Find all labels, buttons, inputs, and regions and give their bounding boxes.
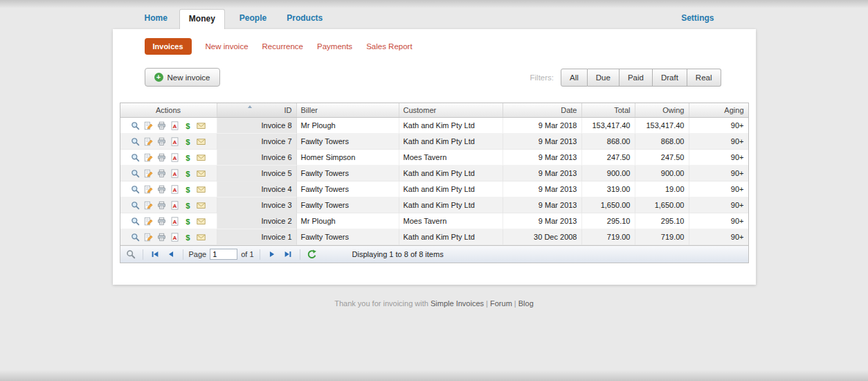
page-number-input[interactable] bbox=[210, 249, 237, 260]
filter-button-draft[interactable]: Draft bbox=[653, 69, 687, 87]
view-invoice-icon[interactable] bbox=[131, 168, 141, 178]
next-page-button[interactable] bbox=[266, 248, 278, 260]
email-invoice-icon[interactable] bbox=[197, 200, 206, 210]
email-invoice-icon[interactable] bbox=[197, 168, 206, 178]
subnav-link-new-invoice[interactable]: New invoice bbox=[206, 42, 248, 51]
cell-biller: Fawlty Towers bbox=[297, 197, 399, 213]
footer-link-blog[interactable]: Blog bbox=[518, 299, 534, 308]
edit-invoice-icon[interactable] bbox=[144, 168, 154, 178]
cell-actions: A $ bbox=[120, 197, 217, 213]
print-invoice-icon[interactable] bbox=[157, 136, 167, 146]
payment-invoice-icon[interactable]: $ bbox=[183, 184, 193, 194]
edit-invoice-icon[interactable] bbox=[144, 184, 154, 194]
edit-invoice-icon[interactable] bbox=[144, 152, 154, 162]
nav-tab-products[interactable]: Products bbox=[287, 13, 323, 29]
print-invoice-icon[interactable] bbox=[157, 232, 167, 242]
column-header-owing[interactable]: Owing bbox=[635, 103, 689, 117]
cell-total: 295.10 bbox=[582, 213, 635, 229]
payment-invoice-icon[interactable]: $ bbox=[183, 200, 193, 210]
cell-date: 30 Dec 2008 bbox=[503, 229, 582, 245]
view-invoice-icon[interactable] bbox=[131, 121, 141, 130]
print-invoice-icon[interactable] bbox=[157, 152, 167, 162]
edit-invoice-icon[interactable] bbox=[144, 200, 154, 210]
filter-button-real[interactable]: Real bbox=[687, 69, 721, 87]
footer: Thank you for invoicing with Simple Invo… bbox=[113, 299, 756, 308]
payment-invoice-icon[interactable]: $ bbox=[183, 216, 193, 226]
cell-actions: A $ bbox=[120, 213, 217, 229]
sort-asc-icon bbox=[248, 105, 252, 108]
column-header-aging[interactable]: Aging bbox=[689, 103, 748, 117]
pdf-invoice-icon[interactable]: A bbox=[170, 216, 180, 226]
nav-tab-people[interactable]: People bbox=[239, 13, 266, 29]
column-header-customer[interactable]: Customer bbox=[399, 103, 503, 117]
footer-separator: | bbox=[486, 299, 488, 308]
edit-invoice-icon[interactable] bbox=[144, 216, 154, 226]
payment-invoice-icon[interactable]: $ bbox=[183, 232, 193, 242]
cell-total: 153,417.40 bbox=[582, 118, 635, 134]
subnav-link-payments[interactable]: Payments bbox=[317, 42, 352, 51]
column-header-id[interactable]: ID bbox=[217, 103, 297, 117]
pdf-invoice-icon[interactable]: A bbox=[170, 232, 180, 242]
email-invoice-icon[interactable] bbox=[197, 216, 206, 226]
column-header-date[interactable]: Date bbox=[503, 103, 582, 117]
pdf-invoice-icon[interactable]: A bbox=[170, 152, 180, 162]
footer-link-simple-invoices[interactable]: Simple Invoices bbox=[431, 299, 484, 308]
print-invoice-icon[interactable] bbox=[157, 200, 167, 210]
payment-invoice-icon[interactable]: $ bbox=[183, 136, 193, 146]
email-invoice-icon[interactable] bbox=[197, 152, 206, 162]
pdf-invoice-icon[interactable]: A bbox=[170, 200, 180, 210]
nav-link-settings[interactable]: Settings bbox=[681, 13, 714, 29]
refresh-icon[interactable] bbox=[306, 248, 318, 260]
filter-button-paid[interactable]: Paid bbox=[620, 69, 653, 87]
new-invoice-button[interactable]: + New invoice bbox=[145, 68, 220, 87]
cell-biller: Mr Plough bbox=[297, 213, 399, 229]
svg-text:A: A bbox=[173, 234, 177, 240]
column-header-actions[interactable]: Actions bbox=[120, 103, 217, 117]
grid-header: Actions ID Biller Customer Date Total Ow… bbox=[120, 103, 748, 118]
subnav-link-sales-report[interactable]: Sales Report bbox=[366, 42, 412, 51]
email-invoice-icon[interactable] bbox=[197, 232, 206, 242]
print-invoice-icon[interactable] bbox=[157, 184, 167, 194]
print-invoice-icon[interactable] bbox=[157, 168, 167, 178]
prev-page-button[interactable] bbox=[165, 248, 177, 260]
edit-invoice-icon[interactable] bbox=[144, 121, 154, 130]
filter-button-due[interactable]: Due bbox=[588, 69, 620, 87]
footer-link-forum[interactable]: Forum bbox=[490, 299, 512, 308]
subnav-invoices-pill[interactable]: Invoices bbox=[145, 38, 192, 55]
edit-invoice-icon[interactable] bbox=[144, 136, 154, 146]
filters: Filters: All Due Paid Draft Real bbox=[530, 69, 721, 87]
pdf-invoice-icon[interactable]: A bbox=[170, 184, 180, 194]
last-page-button[interactable] bbox=[282, 248, 294, 260]
edit-invoice-icon[interactable] bbox=[144, 232, 154, 242]
email-invoice-icon[interactable] bbox=[197, 184, 206, 194]
nav-tab-home[interactable]: Home bbox=[145, 13, 168, 29]
payment-invoice-icon[interactable]: $ bbox=[183, 152, 193, 162]
cell-customer: Moes Tavern bbox=[399, 213, 503, 229]
filter-button-all[interactable]: All bbox=[561, 69, 588, 87]
payment-invoice-icon[interactable]: $ bbox=[183, 121, 193, 130]
payment-invoice-icon[interactable]: $ bbox=[183, 168, 193, 178]
view-invoice-icon[interactable] bbox=[131, 232, 141, 242]
svg-text:$: $ bbox=[186, 121, 190, 130]
print-invoice-icon[interactable] bbox=[157, 216, 167, 226]
column-header-biller[interactable]: Biller bbox=[297, 103, 399, 117]
cell-owing: 295.10 bbox=[635, 213, 689, 229]
cell-owing: 19.00 bbox=[635, 181, 689, 197]
pdf-invoice-icon[interactable]: A bbox=[170, 168, 180, 178]
view-invoice-icon[interactable] bbox=[131, 136, 141, 146]
email-invoice-icon[interactable] bbox=[197, 121, 206, 130]
view-invoice-icon[interactable] bbox=[131, 200, 141, 210]
search-icon[interactable] bbox=[125, 248, 137, 260]
nav-tab-money[interactable]: Money bbox=[179, 9, 225, 29]
column-header-total[interactable]: Total bbox=[582, 103, 635, 117]
pdf-invoice-icon[interactable]: A bbox=[170, 121, 180, 130]
pdf-invoice-icon[interactable]: A bbox=[170, 136, 180, 146]
view-invoice-icon[interactable] bbox=[131, 216, 141, 226]
cell-total: 868.00 bbox=[582, 134, 635, 150]
email-invoice-icon[interactable] bbox=[197, 136, 206, 146]
print-invoice-icon[interactable] bbox=[157, 121, 167, 130]
view-invoice-icon[interactable] bbox=[131, 152, 141, 162]
subnav-link-recurrence[interactable]: Recurrence bbox=[262, 42, 303, 51]
first-page-button[interactable] bbox=[149, 248, 161, 260]
view-invoice-icon[interactable] bbox=[131, 184, 141, 194]
